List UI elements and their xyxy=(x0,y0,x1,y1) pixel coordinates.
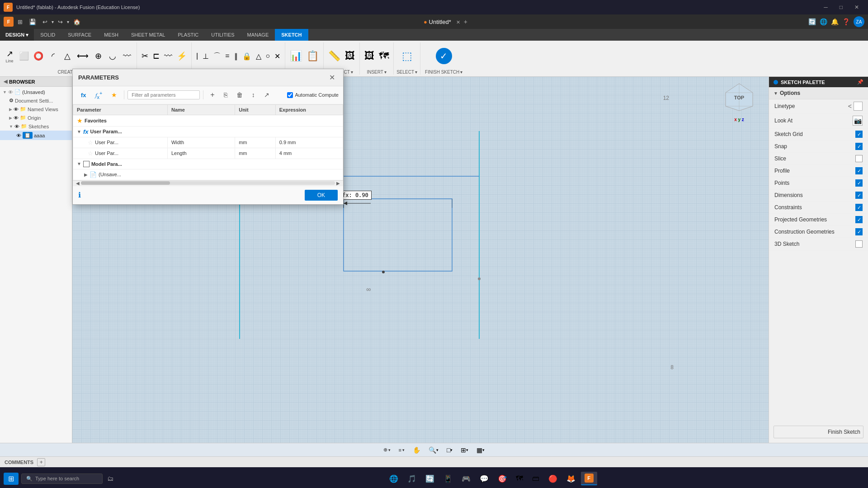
taskbar-app-red[interactable]: 🔴 xyxy=(545,473,561,485)
unsaved-expand-icon[interactable]: ▶ xyxy=(84,172,88,177)
browser-collapse-icon[interactable]: ◀ xyxy=(4,79,7,84)
3d-sketch-checkbox[interactable] xyxy=(855,240,863,248)
sketch-grid-checkbox[interactable]: ✓ xyxy=(855,131,863,138)
user-param-expand-icon[interactable]: ▼ xyxy=(77,129,81,134)
params-tool-formula-btn[interactable]: fx xyxy=(77,90,90,100)
constraint-equal-btn[interactable]: = xyxy=(223,50,231,62)
create-arc-btn[interactable]: ◜ xyxy=(46,49,60,63)
tab-sheet-metal[interactable]: SHEET METAL xyxy=(125,29,171,41)
taskbar-app-game[interactable]: 🎮 xyxy=(458,473,474,485)
toolbar-origin-btn[interactable]: ⊕▾ xyxy=(381,446,393,454)
taskbar-app-music[interactable]: 🎵 xyxy=(404,473,420,485)
create-rect-btn[interactable]: ⬜ xyxy=(17,49,31,63)
finish-sketch-btn[interactable]: ✓ xyxy=(431,45,457,67)
params-dialog-close-btn[interactable]: ✕ xyxy=(326,72,338,83)
taskbar-app-discord[interactable]: 💬 xyxy=(476,473,492,485)
close-tab-btn[interactable]: ✕ xyxy=(456,19,460,25)
proj-geom-checkbox[interactable]: ✓ xyxy=(855,216,863,223)
dimensions-checkbox[interactable]: ✓ xyxy=(855,192,863,199)
params-info-icon[interactable]: ℹ xyxy=(78,191,81,199)
model-param-expand-icon[interactable]: ▼ xyxy=(77,161,81,166)
qat-new[interactable]: ⊞ xyxy=(15,17,25,27)
inspect-section-btn[interactable]: 🖼 xyxy=(343,48,357,64)
toolbar-display2-btn[interactable]: ▦▾ xyxy=(474,446,487,455)
browser-item-unsaved[interactable]: ▼ 👁 📄 (Unsaved) xyxy=(0,88,72,96)
user-avatar[interactable]: ZA xyxy=(854,16,864,27)
taskbar-app-files[interactable]: 🗃 xyxy=(528,473,543,484)
finish-sketch-palette-btn[interactable]: Finish Sketch xyxy=(774,426,863,438)
help-btn[interactable]: ❓ xyxy=(842,18,850,25)
toolbar-view-btn[interactable]: □▾ xyxy=(444,446,455,455)
params-move-btn[interactable]: ↕ xyxy=(248,89,259,100)
qat-redo[interactable]: ↪ xyxy=(56,17,65,27)
taskbar-app-maps[interactable]: 🗺 xyxy=(512,473,527,484)
linetype-box[interactable] xyxy=(854,102,863,111)
qat-undo-arrow[interactable]: ▾ xyxy=(52,19,54,24)
qat-home[interactable]: 🏠 xyxy=(71,17,83,27)
qat-redo-arrow[interactable]: ▾ xyxy=(67,19,69,24)
constraint-lock-btn[interactable]: 🔒 xyxy=(241,50,253,62)
constraint-sym-btn[interactable]: △ xyxy=(254,50,263,62)
modify-offset-btn[interactable]: ⊏ xyxy=(151,49,161,63)
params-ok-btn[interactable]: OK xyxy=(305,190,338,201)
lookat-btn[interactable]: 📷 xyxy=(853,116,863,126)
inspect-measure-btn[interactable]: 📏 xyxy=(326,48,342,64)
taskbar-app-phone[interactable]: 📱 xyxy=(440,473,456,485)
create-spline-btn[interactable]: 〰 xyxy=(120,50,134,63)
constraint-line-btn[interactable]: | xyxy=(194,50,200,62)
modify-project-btn[interactable]: 〰 xyxy=(162,50,174,63)
scroll-right-arrow[interactable]: ▶ xyxy=(335,181,341,186)
insert-canvas-btn[interactable]: 🗺 xyxy=(377,48,391,64)
constraints-checkbox[interactable]: ✓ xyxy=(855,204,863,211)
create-dim-btn[interactable]: ⟷ xyxy=(75,49,90,63)
auto-compute-checkbox[interactable] xyxy=(287,92,293,98)
configure-params-btn[interactable]: 📊 xyxy=(288,48,304,64)
slice-checkbox[interactable] xyxy=(855,155,863,162)
browser-item-origin[interactable]: ▶ 👁 📁 Origin xyxy=(0,113,72,122)
minimize-btn[interactable]: ─ xyxy=(818,2,833,12)
start-btn[interactable]: ⊞ xyxy=(4,473,19,485)
add-comment-btn[interactable]: + xyxy=(37,458,45,466)
params-copy-btn[interactable]: ⎘ xyxy=(220,89,231,100)
constraint-parallel-btn[interactable]: ∥ xyxy=(232,50,240,62)
scroll-left-arrow[interactable]: ◀ xyxy=(75,181,81,186)
tab-sketch[interactable]: SKETCH xyxy=(275,29,308,41)
browser-item-sketch-aaaa[interactable]: 👁 📋 aaaa xyxy=(0,131,72,140)
qat-save[interactable]: 💾 xyxy=(27,17,38,27)
tab-utilities[interactable]: UTILITIES xyxy=(205,29,241,41)
configure-table-btn[interactable]: 📋 xyxy=(305,48,321,64)
select-btn[interactable]: ⬚ xyxy=(400,48,414,64)
snap-checkbox[interactable]: ✓ xyxy=(855,143,863,150)
constraint-tangent-btn[interactable]: ⌒ xyxy=(212,50,222,63)
params-add-btn[interactable]: + xyxy=(207,89,218,101)
palette-pin-icon[interactable]: 📌 xyxy=(857,79,863,85)
constraint-perp-btn[interactable]: ⊥ xyxy=(201,50,211,62)
constraint-circle-btn[interactable]: ○ xyxy=(264,50,272,62)
profile-checkbox[interactable]: ✓ xyxy=(855,167,863,174)
tab-plastic[interactable]: PLASTIC xyxy=(171,29,205,41)
browser-item-sketches[interactable]: ▼ 👁 📁 Sketches xyxy=(0,122,72,131)
params-delete-btn[interactable]: 🗑 xyxy=(233,89,246,100)
params-filter-input[interactable] xyxy=(127,90,200,99)
modify-trim-btn[interactable]: ✂ xyxy=(140,49,150,63)
maximize-btn[interactable]: □ xyxy=(834,2,848,12)
linetype-arrow-left[interactable]: < xyxy=(848,103,852,110)
taskbar-app-chrome[interactable]: 🌐 xyxy=(386,473,402,485)
create-polygon-btn[interactable]: △ xyxy=(61,49,74,63)
taskbar-fusion-btn[interactable]: F xyxy=(581,472,597,485)
taskbar-app-sync[interactable]: 🔄 xyxy=(422,473,438,485)
toolbar-display-btn[interactable]: ≡▾ xyxy=(396,446,407,454)
close-btn[interactable]: ✕ xyxy=(849,2,864,12)
params-export-btn[interactable]: ↗ xyxy=(260,89,273,100)
notification-btn[interactable]: 🔔 xyxy=(831,18,839,25)
create-circle-btn[interactable]: ⭕ xyxy=(32,49,45,63)
create-fillet-btn[interactable]: ◡ xyxy=(106,49,119,63)
modify-break-btn[interactable]: ⚡ xyxy=(175,49,189,63)
toolbar-pan-btn[interactable]: ✋ xyxy=(410,446,423,455)
tab-surface[interactable]: SURFACE xyxy=(61,29,98,41)
new-tab-btn[interactable]: + xyxy=(464,18,467,25)
update-btn[interactable]: 🔄 xyxy=(808,18,816,25)
browser-item-doc-settings[interactable]: ⚙ Document Setti... xyxy=(0,96,72,105)
create-line-btn[interactable]: ↗ Line xyxy=(3,47,16,65)
taskbar-search[interactable]: 🔍 Type here to search xyxy=(21,474,103,484)
